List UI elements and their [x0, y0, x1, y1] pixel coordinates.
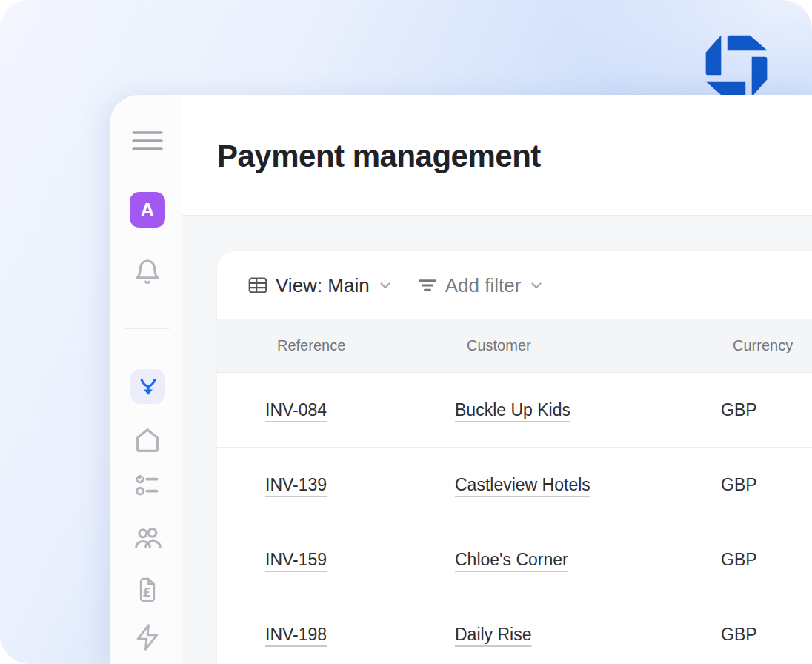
hamburger-menu-icon[interactable] [131, 124, 164, 157]
avatar-letter: A [141, 199, 155, 222]
table-row: INV-139 Castleview Hotels GBP [217, 448, 812, 522]
column-header-reference: Reference [265, 337, 455, 354]
currency-cell: GBP [721, 625, 812, 645]
table-row: INV-159 Chloe's Corner GBP [217, 522, 812, 597]
reference-link[interactable]: INV-198 [265, 625, 327, 644]
add-filter-label: Add filter [445, 274, 522, 297]
add-filter-button[interactable]: Add filter [416, 274, 546, 297]
notifications-bell-icon[interactable] [131, 254, 164, 287]
content-area: View: Main Add filter [182, 215, 812, 664]
sidebar-item-tasks[interactable] [131, 469, 164, 502]
table-row: INV-198 Daily Rise GBP [217, 597, 812, 664]
checklist-icon [133, 471, 162, 500]
reference-link[interactable]: INV-084 [265, 400, 327, 419]
sidebar-item-home[interactable] [131, 424, 164, 456]
table-toolbar: View: Main Add filter [217, 251, 812, 319]
view-selector-label: View: Main [276, 274, 370, 297]
reference-link[interactable]: INV-159 [265, 550, 327, 569]
customer-link[interactable]: Buckle Up Kids [455, 400, 570, 419]
users-icon [133, 523, 162, 553]
currency-cell: GBP [721, 400, 812, 420]
table-row: INV-084 Buckle Up Kids GBP [217, 373, 812, 448]
sidebar-item-invoices[interactable]: £ [131, 574, 164, 606]
chevron-down-icon [528, 276, 545, 294]
chase-logo-icon [702, 31, 771, 101]
sidebar-item-customers[interactable] [131, 522, 164, 554]
page-title: Payment management [217, 139, 541, 174]
merge-arrow-icon [137, 376, 159, 398]
sidebar-divider [124, 328, 170, 329]
table-header-row: Reference Customer Currency [217, 319, 812, 373]
invoice-pound-icon: £ [133, 575, 162, 605]
customer-link[interactable]: Daily Rise [455, 625, 532, 644]
sidebar-item-actions[interactable] [131, 621, 164, 654]
app-window: A [110, 95, 812, 664]
sidebar-item-payments[interactable] [130, 369, 165, 404]
lightning-icon [133, 622, 162, 652]
workspace-avatar[interactable]: A [130, 192, 165, 228]
chevron-down-icon [376, 276, 394, 294]
customer-link[interactable]: Castleview Hotels [455, 475, 590, 494]
sidebar: A [110, 95, 182, 664]
home-icon [133, 425, 162, 455]
currency-cell: GBP [721, 550, 812, 570]
filter-lines-icon [416, 274, 439, 296]
reference-link[interactable]: INV-139 [265, 475, 327, 494]
view-selector[interactable]: View: Main [247, 274, 394, 297]
column-header-currency: Currency [721, 337, 812, 354]
currency-cell: GBP [721, 475, 812, 495]
screen: A [0, 0, 812, 664]
payments-table-card: View: Main Add filter [217, 251, 812, 664]
table-grid-icon [247, 274, 269, 296]
svg-text:£: £ [142, 585, 151, 600]
customer-link[interactable]: Chloe's Corner [455, 550, 568, 569]
column-header-customer: Customer [455, 337, 721, 354]
